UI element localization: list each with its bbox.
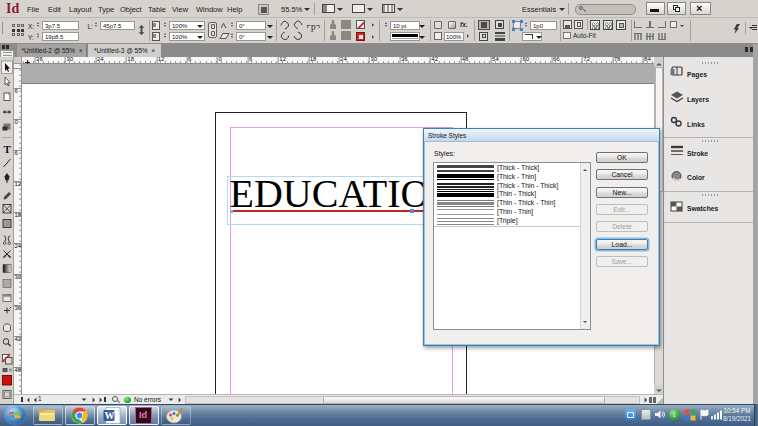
svg-text:W: W <box>104 410 114 421</box>
svg-text:T: T <box>4 143 12 155</box>
